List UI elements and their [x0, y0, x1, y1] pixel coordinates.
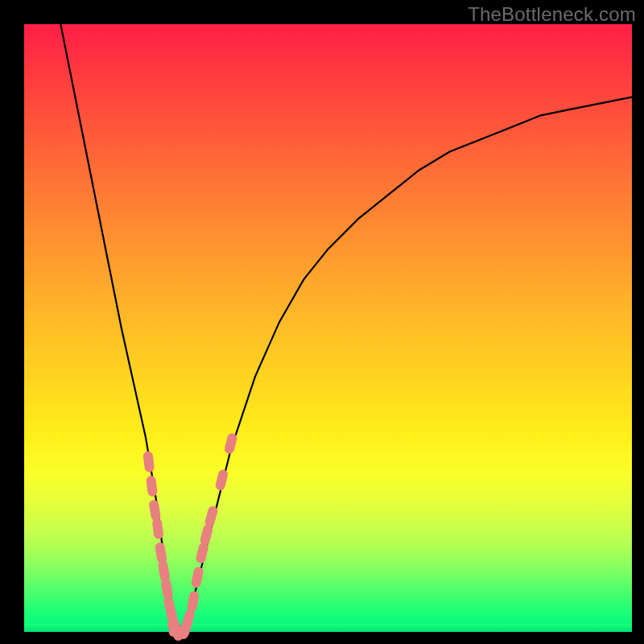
- marker: [163, 566, 165, 577]
- curve-markers: [148, 438, 233, 636]
- marker: [205, 529, 208, 540]
- marker: [157, 523, 159, 535]
- marker: [187, 614, 190, 625]
- marker: [148, 456, 150, 468]
- plot-area: [24, 24, 632, 632]
- marker: [166, 584, 167, 595]
- marker: [151, 481, 153, 492]
- marker: [201, 547, 204, 559]
- marker: [192, 596, 194, 607]
- marker: [154, 505, 155, 516]
- curve-line: [60, 24, 632, 632]
- marker: [221, 475, 223, 486]
- marker: [210, 511, 213, 522]
- watermark-text: TheBottleneck.com: [468, 3, 636, 26]
- marker: [196, 572, 199, 583]
- marker: [160, 547, 162, 559]
- marker: [229, 438, 232, 449]
- curve-svg: [24, 24, 632, 632]
- chart-frame: TheBottleneck.com: [0, 0, 644, 644]
